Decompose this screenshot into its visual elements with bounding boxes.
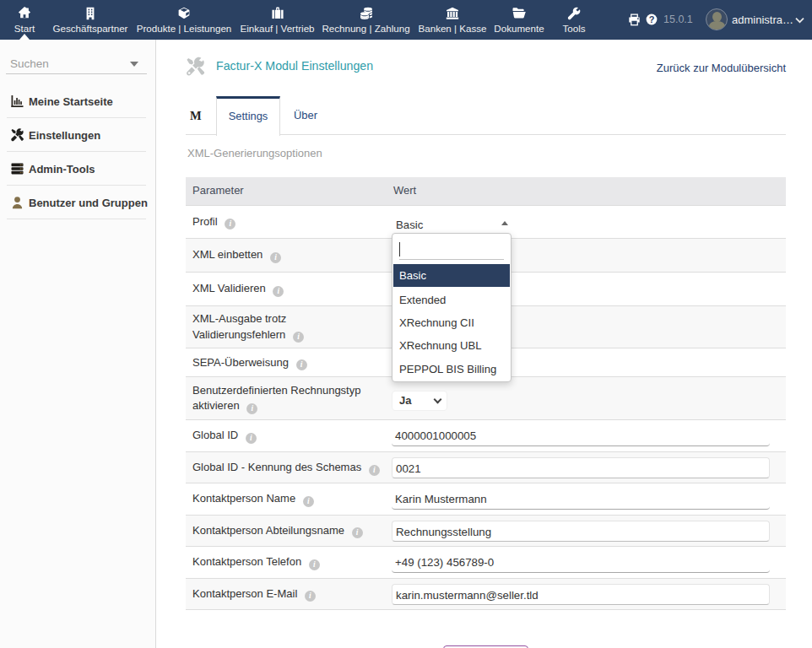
svg-text:?: ? [649, 14, 655, 24]
